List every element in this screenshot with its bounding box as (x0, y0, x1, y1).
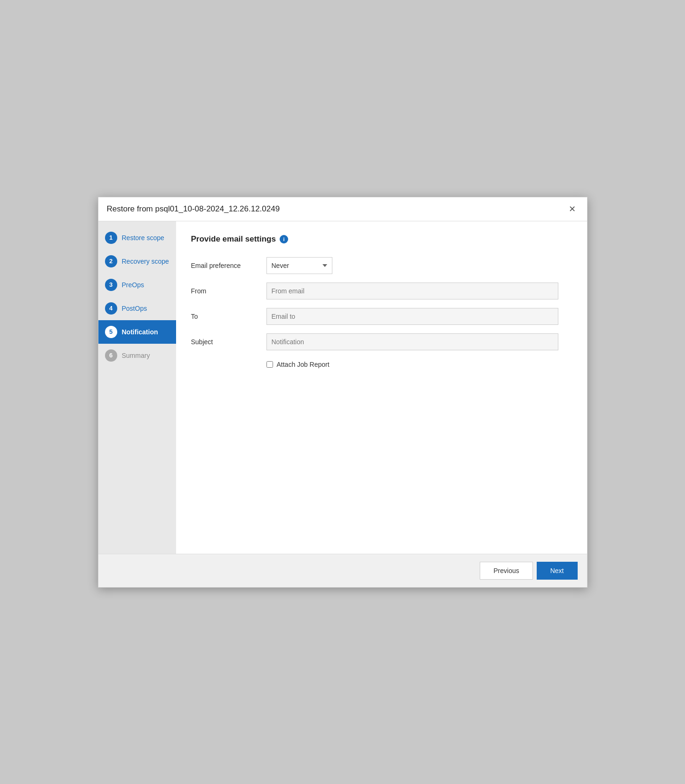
dialog-body: 1 Restore scope 2 Recovery scope 3 PreOp… (98, 221, 587, 554)
attach-job-report-label[interactable]: Attach Job Report (277, 361, 330, 368)
attach-job-report-checkbox[interactable] (266, 361, 273, 368)
section-title: Provide email settings (191, 234, 276, 244)
step-badge-2: 2 (105, 255, 117, 267)
sidebar-item-preops[interactable]: 3 PreOps (98, 273, 176, 297)
previous-button[interactable]: Previous (480, 562, 532, 580)
dialog-titlebar: Restore from psql01_10-08-2024_12.26.12.… (98, 197, 587, 221)
sidebar-label-3: PreOps (122, 281, 144, 289)
to-row: To (191, 308, 572, 325)
close-button[interactable]: ✕ (566, 204, 579, 214)
email-preference-label: Email preference (191, 262, 266, 269)
next-button[interactable]: Next (537, 562, 578, 580)
sidebar-item-notification[interactable]: 5 Notification (98, 320, 176, 344)
step-badge-3: 3 (105, 279, 117, 291)
to-label: To (191, 313, 266, 320)
dialog-footer: Previous Next (98, 554, 587, 587)
section-header: Provide email settings i (191, 234, 572, 244)
sidebar-label-2: Recovery scope (122, 258, 169, 265)
step-badge-6: 6 (105, 349, 117, 362)
from-input[interactable] (266, 283, 558, 299)
email-preference-select[interactable]: Never Always On Failure On Success (266, 257, 332, 274)
sidebar-label-6: Summary (122, 352, 150, 359)
sidebar-label-1: Restore scope (122, 234, 164, 242)
sidebar-label-5: Notification (122, 328, 158, 336)
dialog-title: Restore from psql01_10-08-2024_12.26.12.… (107, 204, 280, 214)
main-content: Provide email settings i Email preferenc… (176, 221, 587, 554)
sidebar-item-restore-scope[interactable]: 1 Restore scope (98, 226, 176, 250)
sidebar-item-postops[interactable]: 4 PostOps (98, 297, 176, 320)
from-label: From (191, 287, 266, 295)
restore-dialog: Restore from psql01_10-08-2024_12.26.12.… (98, 197, 588, 588)
step-badge-4: 4 (105, 302, 117, 315)
sidebar-item-recovery-scope[interactable]: 2 Recovery scope (98, 250, 176, 273)
attach-job-report-row: Attach Job Report (266, 361, 572, 368)
to-input[interactable] (266, 308, 558, 325)
step-badge-1: 1 (105, 232, 117, 244)
step-badge-5: 5 (105, 326, 117, 338)
email-preference-row: Email preference Never Always On Failure… (191, 257, 572, 274)
info-icon[interactable]: i (280, 235, 288, 243)
subject-input[interactable] (266, 333, 558, 350)
sidebar-label-4: PostOps (122, 305, 147, 312)
subject-row: Subject (191, 333, 572, 350)
from-row: From (191, 283, 572, 299)
sidebar: 1 Restore scope 2 Recovery scope 3 PreOp… (98, 221, 176, 554)
subject-label: Subject (191, 338, 266, 346)
sidebar-item-summary[interactable]: 6 Summary (98, 344, 176, 367)
